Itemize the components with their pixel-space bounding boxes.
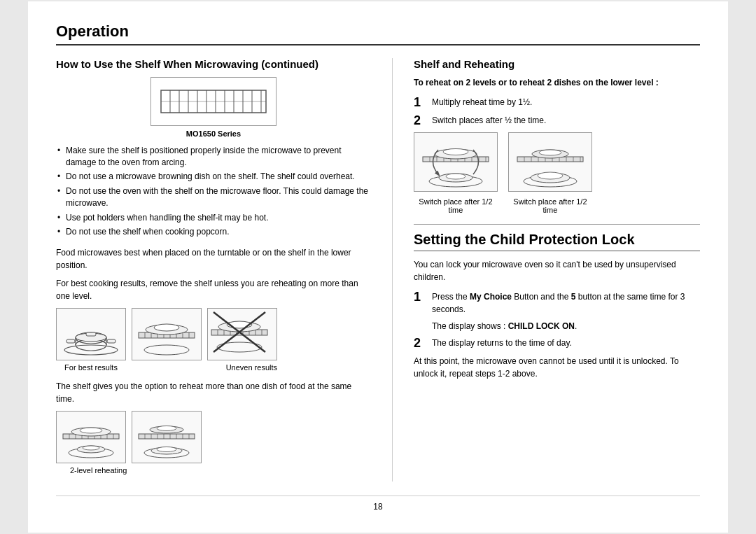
bullet-item: Make sure the shelf is positioned proper…: [56, 145, 371, 169]
para3: The shelf gives you the option to reheat…: [56, 380, 371, 405]
svg-point-33: [144, 345, 189, 355]
child-lock-text-1: Press the My Choice Button and the 5 but…: [432, 290, 700, 316]
child-lock-num-2: 2: [414, 337, 426, 349]
model-label: MO1650 Series: [56, 129, 371, 138]
best-result-image: [56, 308, 126, 360]
svg-point-13: [64, 345, 118, 355]
svg-rect-62: [139, 434, 195, 439]
svg-rect-20: [66, 339, 75, 343]
left-column: How to Use the Shelf When Microwaving (c…: [56, 58, 371, 482]
switch-label-2: Switch place after 1/2 time: [508, 197, 592, 214]
switch-img-1: [414, 132, 498, 192]
child-lock-step-1: 1 Press the My Choice Button and the 5 b…: [414, 290, 700, 316]
svg-point-106: [538, 172, 563, 179]
bullet-item: Use pot holders when handling the shelf-…: [56, 212, 371, 224]
right-column: Shelf and Reheating To reheat on 2 level…: [392, 58, 700, 482]
bullet-item: Do not use the oven with the shelf on th…: [56, 185, 371, 209]
step-1-num: 1: [414, 96, 426, 108]
child-lock-intro: You can lock your microwave oven so it c…: [414, 258, 700, 283]
child-lock-subnote-1: The display shows : CHILD LOCK ON.: [432, 320, 700, 332]
left-section-title: How to Use the Shelf When Microwaving (c…: [56, 58, 371, 70]
shelf-reheating-title: Shelf and Reheating: [414, 58, 700, 70]
bullet-item: Do not use the shelf when cooking popcor…: [56, 226, 371, 238]
svg-point-90: [446, 174, 465, 179]
child-lock-text-2: The display returns to the time of day.: [432, 337, 572, 349]
switch-labels: Switch place after 1/2 time Switch place…: [414, 197, 700, 214]
reheat-label: 2-level reheating: [70, 466, 371, 475]
svg-point-58: [80, 428, 102, 433]
child-lock-title: Setting the Child Protection Lock: [414, 232, 700, 251]
shelf-result-image: [132, 308, 202, 360]
step-1-text: Multiply reheat time by 1½.: [432, 96, 532, 108]
svg-point-61: [83, 446, 99, 450]
cooking-labels: For best results Uneven results: [56, 363, 371, 372]
svg-point-87: [443, 148, 468, 155]
switch-imgs: [414, 132, 700, 192]
switch-label-1: Switch place after 1/2 time: [414, 197, 498, 214]
page: Operation How to Use the Shelf When Micr…: [28, 1, 728, 533]
svg-point-103: [539, 150, 561, 155]
child-lock-step-2: 2 The display returns to the time of day…: [414, 337, 700, 349]
para1: Food microwaves best when placed on the …: [56, 246, 371, 272]
reheat-instruction: To reheat on 2 levels or to reheat 2 dis…: [414, 77, 700, 89]
child-lock-num-1: 1: [414, 290, 426, 316]
step-2-text: Switch places after ½ the time.: [432, 114, 546, 127]
child-lock-note: At this point, the microwave oven cannot…: [414, 355, 700, 380]
bullet-list: Make sure the shelf is positioned proper…: [56, 145, 371, 239]
svg-point-75: [157, 447, 176, 452]
label-best2: [132, 363, 202, 372]
switch-img-2: [508, 132, 592, 192]
svg-point-32: [154, 324, 179, 331]
bullet-item: Do not use a microwave browning dish on …: [56, 171, 371, 183]
step-2: 2 Switch places after ½ the time.: [414, 114, 700, 127]
shelf-illustration: [150, 77, 276, 126]
cooking-results: [56, 308, 371, 360]
para2: For best cooking results, remove the she…: [56, 277, 371, 302]
uneven-result-image: [207, 308, 277, 360]
page-title: Operation: [56, 22, 700, 45]
reheat-img-1: [56, 411, 126, 463]
label-best: For best results: [56, 363, 126, 372]
divider: [414, 224, 700, 225]
svg-point-72: [157, 426, 176, 431]
svg-rect-19: [86, 332, 96, 336]
svg-rect-21: [107, 339, 115, 343]
step-1: 1 Multiply reheat time by 1½.: [414, 96, 700, 108]
step-2-num: 2: [414, 114, 426, 127]
label-uneven: Uneven results: [207, 363, 277, 372]
reheat-imgs: [56, 411, 371, 463]
reheat-img-2: [132, 411, 202, 463]
page-number: 18: [56, 496, 700, 512]
